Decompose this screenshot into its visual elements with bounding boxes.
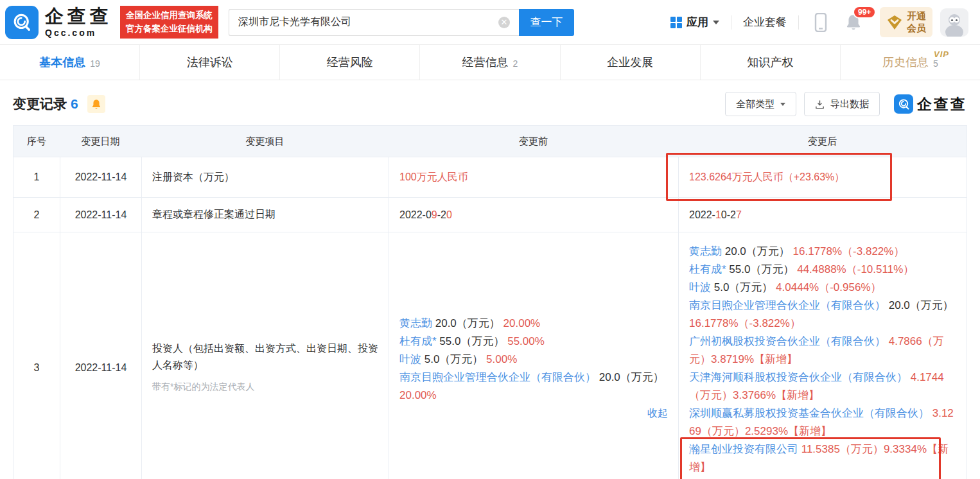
value-text: 1 [715,209,721,220]
before-value: 100万元人民币 [389,157,678,197]
vip-button-text: 开通 会员 [907,10,926,35]
row-number: 1 [13,157,60,197]
investor-entry: 杜有成* 55.0（万元） 55.00% [399,333,668,351]
header-right-cluster: 应用 企业套餐 99+ 开通 会员 [670,7,968,38]
col-header-after: 变更后 [678,126,967,157]
user-avatar[interactable] [940,8,968,37]
investor-entry: 黄志勤 20.0（万元） 20.00% [399,315,668,333]
search-input[interactable] [229,9,519,36]
value-text: 16.1778%（-3.822%） [793,245,905,257]
legal-rep-note: 带有*标记的为法定代表人 [152,378,378,395]
export-data-button[interactable]: 导出数据 [804,92,880,116]
investor-entry: 广州初枫股权投资合伙企业（有限合伙） 4.7866（万元）3.8719%【新增】 [689,333,956,369]
tab-intellectual-property[interactable]: 知识产权 [701,45,841,80]
enterprise-package-link[interactable]: 企业套餐 [743,15,787,30]
search-bar: ✕ 查一下 [229,9,574,36]
value-text: 5.0（万元） [421,353,486,365]
investor-entry: 黄志勤 20.0（万元） 16.1778%（-3.822%） [689,243,956,261]
company-link[interactable]: 南京目煦企业管理合伙企业（有限合伙） [689,299,886,311]
company-link[interactable]: 黄志勤 [399,317,432,329]
notifications-bell[interactable]: 99+ [845,13,862,31]
change-item-text: 投资人（包括出资额、出资方式、出资日期、投资人名称等） [152,340,378,374]
change-date: 2022-11-14 [60,157,141,197]
company-link[interactable]: 南京目煦企业管理合伙企业（有限合伙） [399,371,596,383]
subscribe-bell-icon[interactable] [87,95,105,113]
brand-name: 企查查 [45,6,112,26]
tab-legal-proceedings[interactable]: 法律诉讼 [140,45,280,80]
qcc-watermark: 企查查 [894,94,967,114]
apps-menu[interactable]: 应用 [670,15,719,30]
company-link[interactable]: 深圳顺赢私募股权投资基金合伙企业（有限合伙） [689,407,929,419]
brand-domain: Qcc.com [45,28,112,38]
value-text: 5.0（万元） [711,281,776,293]
company-link[interactable]: 杜有成* [399,335,437,347]
after-value: 2022-10-27 [678,198,967,232]
change-date: 2022-11-14 [60,198,141,232]
investor-entry: 瀚星创业投资有限公司 11.5385（万元）9.3334%【新增】 [689,440,956,476]
qcc-logo[interactable]: 企查查 Qcc.com [5,6,112,39]
qcc-logo-icon [5,6,39,39]
company-link[interactable]: 叶波 [399,353,421,365]
value-text: 4.0444%（-0.956%） [776,281,881,293]
col-header-item: 变更项目 [141,126,389,157]
notification-count-badge: 99+ [853,6,876,19]
value-text: 0 [446,209,452,220]
chevron-down-icon [713,21,719,24]
certification-line2: 官方备案企业征信机构 [126,22,213,36]
company-link[interactable]: 黄志勤 [689,245,722,257]
company-link[interactable]: 叶波 [689,281,711,293]
qcc-watermark-text: 企查查 [917,94,967,114]
magnifier-spiral-icon [11,12,33,33]
row-number: 3 [13,232,60,479]
after-value: 123.6264万元人民币（+23.63%） [678,157,967,197]
table-header-row: 序号 变更日期 变更项目 变更前 变更后 [13,126,967,157]
value-text: 0-2 [721,209,736,220]
section-count: 6 [71,96,78,112]
certification-line1: 全国企业信用查询系统 [126,9,213,22]
company-link[interactable]: 天津海河顺科股权投资合伙企业（有限合伙） [689,371,907,383]
change-date: 2022-11-14 [60,232,141,479]
chevron-down-icon [780,103,785,106]
value-text: 20.00% [503,317,541,329]
open-vip-button[interactable]: 开通 会员 [880,7,932,38]
value-text: 20.0（万元） [886,299,954,311]
tab-operating-info[interactable]: 经营信息 2 [420,45,560,80]
collapse-link[interactable]: 收起 [399,407,668,421]
tab-business-risk[interactable]: 经营风险 [280,45,420,80]
mobile-app-icon[interactable] [814,13,827,32]
clear-search-icon[interactable]: ✕ [498,17,510,28]
table-row: 3 2022-11-14 投资人（包括出资额、出资方式、出资日期、投资人名称等）… [13,232,967,479]
value-text: 5.00% [486,353,517,365]
investor-entry: 叶波 5.0（万元） 5.00% [399,351,668,369]
apps-grid-icon [670,17,682,28]
value-text: 2022-0 [399,209,432,220]
tab-history-info[interactable]: 历史信息 5 VIP [841,45,980,80]
change-item: 章程或章程修正案通过日期 [141,198,389,232]
value-text: 16.1778%（-3.822%） [689,317,801,329]
value-text: 44.4888%（-10.511%） [797,263,914,275]
certification-badge: 全国企业信用查询系统 官方备案企业征信机构 [120,6,218,39]
company-link[interactable]: 广州初枫股权投资合伙企业（有限合伙） [689,335,886,347]
qcc-watermark-icon [894,94,913,114]
value-text: 7 [736,209,742,220]
investor-entry: 深圳顺赢私募股权投资基金合伙企业（有限合伙） 3.1269（万元）2.5293%… [689,405,956,440]
row-number: 2 [13,198,60,232]
change-item: 注册资本（万元） [141,157,389,197]
section-bar: 变更记录 6 全部类型 导出数据 企查查 [0,91,980,118]
company-link[interactable]: 瀚星创业投资有限公司 [689,443,798,455]
value-text: 20.00% [399,389,437,401]
type-filter-dropdown[interactable]: 全部类型 [725,92,796,116]
investor-entry: 杜有成* 55.0（万元） 44.4888%（-10.511%） [689,261,956,279]
col-header-date: 变更日期 [60,126,141,157]
company-link[interactable]: 杜有成* [689,263,726,275]
change-item: 投资人（包括出资额、出资方式、出资日期、投资人名称等） 带有*标记的为法定代表人 [141,232,389,479]
value-text: 100万元人民币 [399,171,468,182]
tab-company-development[interactable]: 企业发展 [561,45,701,80]
search-button[interactable]: 查一下 [519,9,574,36]
value-text: 2022- [689,209,715,220]
investor-entry: 叶波 5.0（万元） 4.0444%（-0.956%） [689,279,956,297]
tab-basic-info[interactable]: 基本信息 19 [0,45,140,80]
value-text: 123.6264万元人民币（+23.63%） [689,171,844,182]
change-records-table: 序号 变更日期 变更项目 变更前 变更后 1 2022-11-14 注册资本（万… [13,125,967,479]
col-header-no: 序号 [13,126,60,157]
